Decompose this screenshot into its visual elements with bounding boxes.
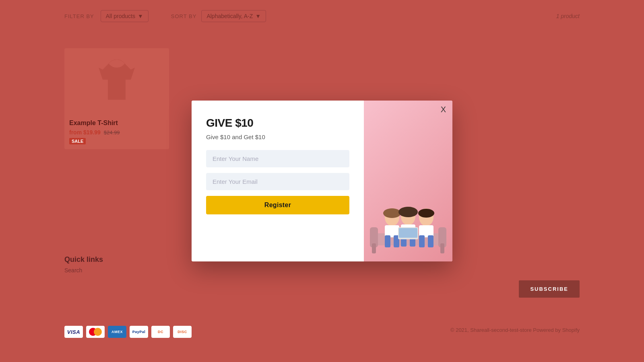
- svg-rect-8: [385, 235, 390, 247]
- svg-point-18: [418, 209, 434, 218]
- modal-right: [364, 101, 452, 261]
- modal-title: GIVE $10: [206, 117, 349, 130]
- svg-rect-21: [428, 235, 433, 247]
- svg-rect-4: [440, 243, 444, 253]
- svg-rect-20: [419, 235, 425, 247]
- close-button[interactable]: X: [441, 105, 446, 113]
- email-input[interactable]: [206, 173, 349, 190]
- modal-left: GIVE $10 Give $10 and Get $10 Register: [192, 101, 364, 261]
- name-input[interactable]: [206, 150, 349, 167]
- svg-rect-3: [372, 243, 376, 253]
- modal-dialog: X GIVE $10 Give $10 and Get $10 Register: [192, 101, 452, 261]
- svg-point-6: [383, 208, 401, 218]
- modal-subtitle: Give $10 and Get $10: [206, 134, 349, 140]
- modal-illustration: [364, 101, 452, 261]
- svg-point-11: [398, 207, 418, 217]
- svg-rect-16: [399, 228, 417, 238]
- modal-overlay: X GIVE $10 Give $10 and Get $10 Register: [0, 0, 644, 362]
- register-button[interactable]: Register: [206, 196, 349, 214]
- women-illustration: [368, 173, 448, 261]
